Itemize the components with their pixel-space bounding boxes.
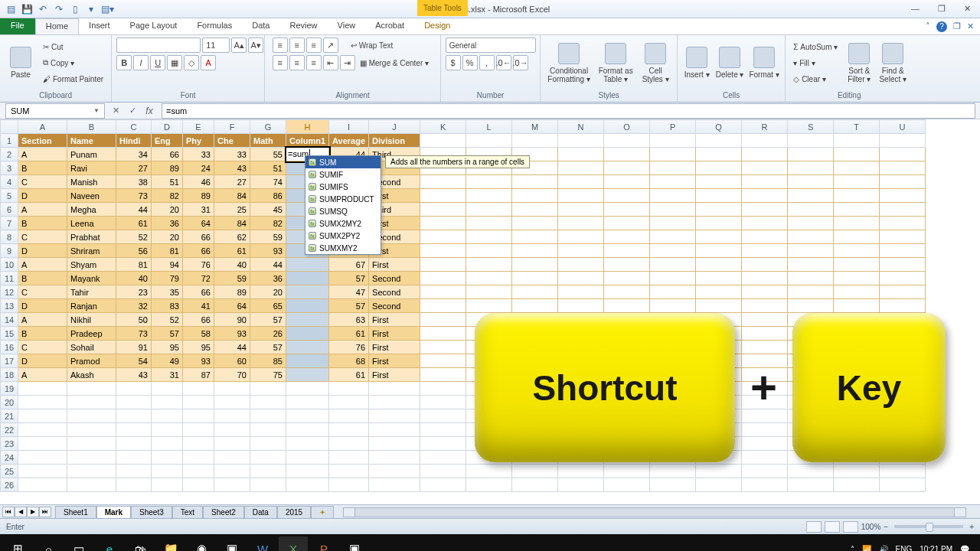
cell[interactable]: 61: [329, 327, 369, 341]
cell[interactable]: 73: [116, 189, 152, 203]
col-B[interactable]: B: [67, 120, 116, 134]
cell[interactable]: [183, 451, 214, 465]
cell[interactable]: [788, 299, 834, 313]
ribbon-tab-insert[interactable]: Insert: [79, 18, 120, 34]
cell[interactable]: [880, 175, 926, 189]
zoom-in[interactable]: +: [969, 523, 974, 531]
cell[interactable]: [834, 299, 880, 313]
cell[interactable]: [834, 217, 880, 230]
cell[interactable]: Pramod: [67, 354, 116, 368]
inc-indent[interactable]: ⇥: [340, 55, 355, 70]
cell[interactable]: [742, 244, 788, 258]
cell[interactable]: 31: [183, 203, 214, 217]
decrease-dec[interactable]: .0→: [513, 55, 528, 70]
cell[interactable]: 93: [250, 244, 286, 258]
cell[interactable]: 20: [152, 230, 183, 244]
cell[interactable]: 52: [152, 313, 183, 327]
cell[interactable]: 43: [214, 161, 250, 175]
cell[interactable]: [18, 382, 67, 396]
col-M[interactable]: M: [512, 120, 558, 134]
cell[interactable]: First: [369, 354, 420, 368]
cell[interactable]: [152, 423, 183, 437]
row-3[interactable]: 3: [1, 161, 18, 175]
cell[interactable]: 36: [152, 217, 183, 230]
cell[interactable]: 54: [116, 354, 152, 368]
cell[interactable]: A: [18, 313, 67, 327]
cell[interactable]: Pradeep: [67, 327, 116, 341]
cell[interactable]: [329, 409, 369, 423]
fill-color-button[interactable]: ◇: [184, 55, 199, 70]
cell[interactable]: [18, 465, 67, 478]
formula-autocomplete[interactable]: fxSUMfxSUMIFfxSUMIFSfxSUMPRODUCTfxSUMSQf…: [305, 155, 381, 255]
cell[interactable]: [834, 272, 880, 285]
cell[interactable]: [286, 313, 329, 327]
cell[interactable]: [880, 272, 926, 285]
cell[interactable]: [696, 465, 742, 478]
cell[interactable]: 66: [183, 244, 214, 258]
cell[interactable]: [286, 327, 329, 341]
cell[interactable]: 41: [183, 299, 214, 313]
taskbar-chrome[interactable]: ◉: [187, 536, 216, 551]
autocomplete-item[interactable]: fxSUMX2PY2: [305, 230, 381, 242]
row-14[interactable]: 14: [1, 313, 18, 327]
cell[interactable]: [604, 175, 650, 189]
cell[interactable]: Nikhil: [67, 313, 116, 327]
header-cell[interactable]: Hindi: [116, 134, 152, 148]
col-H[interactable]: H: [286, 120, 329, 134]
cell[interactable]: [67, 382, 116, 396]
row-2[interactable]: 2: [1, 148, 18, 161]
row-16[interactable]: 16: [1, 341, 18, 354]
cell[interactable]: 79: [152, 272, 183, 285]
header-cell[interactable]: Section: [18, 134, 67, 148]
cell[interactable]: 40: [116, 272, 152, 285]
cell[interactable]: [250, 409, 286, 423]
align-center[interactable]: ≡: [289, 55, 305, 70]
dec-indent[interactable]: ⇤: [323, 55, 338, 70]
cell[interactable]: 93: [183, 354, 214, 368]
cell[interactable]: [742, 217, 788, 230]
cell[interactable]: 57: [329, 299, 369, 313]
cell[interactable]: [512, 217, 558, 230]
cell[interactable]: 25: [214, 203, 250, 217]
cell[interactable]: [214, 465, 250, 478]
cell[interactable]: [369, 409, 420, 423]
header-cell[interactable]: Name: [67, 134, 116, 148]
cell[interactable]: [650, 161, 696, 175]
cell[interactable]: [329, 465, 369, 478]
row-23[interactable]: 23: [1, 437, 18, 451]
cell[interactable]: [512, 285, 558, 299]
align-bottom[interactable]: ≡: [306, 37, 322, 53]
cell[interactable]: [18, 423, 67, 437]
cell[interactable]: 57: [152, 327, 183, 341]
cell[interactable]: [604, 258, 650, 272]
tray-net[interactable]: 📶: [862, 545, 871, 552]
cell[interactable]: 59: [214, 272, 250, 285]
cell[interactable]: [466, 217, 512, 230]
qat-5[interactable]: ▤▾: [100, 2, 115, 17]
cell[interactable]: Tahir: [67, 285, 116, 299]
cell[interactable]: [650, 217, 696, 230]
cell[interactable]: [152, 478, 183, 492]
cell[interactable]: [420, 175, 466, 189]
cell[interactable]: [742, 465, 788, 478]
cell[interactable]: [742, 230, 788, 244]
cell[interactable]: [116, 382, 152, 396]
cell[interactable]: 66: [152, 148, 183, 161]
cell[interactable]: 95: [152, 341, 183, 354]
cell[interactable]: 44: [250, 258, 286, 272]
ribbon-tab-view[interactable]: View: [328, 18, 366, 34]
cell[interactable]: Shyam: [67, 258, 116, 272]
autocomplete-item[interactable]: fxSUMPRODUCT: [305, 193, 381, 205]
col-L[interactable]: L: [466, 120, 512, 134]
cell[interactable]: [742, 148, 788, 161]
cell[interactable]: 45: [250, 203, 286, 217]
cell[interactable]: 87: [183, 368, 214, 382]
cell[interactable]: [834, 258, 880, 272]
cell[interactable]: First: [369, 341, 420, 354]
cell[interactable]: 86: [250, 189, 286, 203]
cell[interactable]: [67, 437, 116, 451]
cell[interactable]: 44: [116, 203, 152, 217]
cell[interactable]: 35: [152, 285, 183, 299]
view-pagebreak[interactable]: [843, 521, 858, 533]
file-tab[interactable]: File: [0, 18, 35, 34]
